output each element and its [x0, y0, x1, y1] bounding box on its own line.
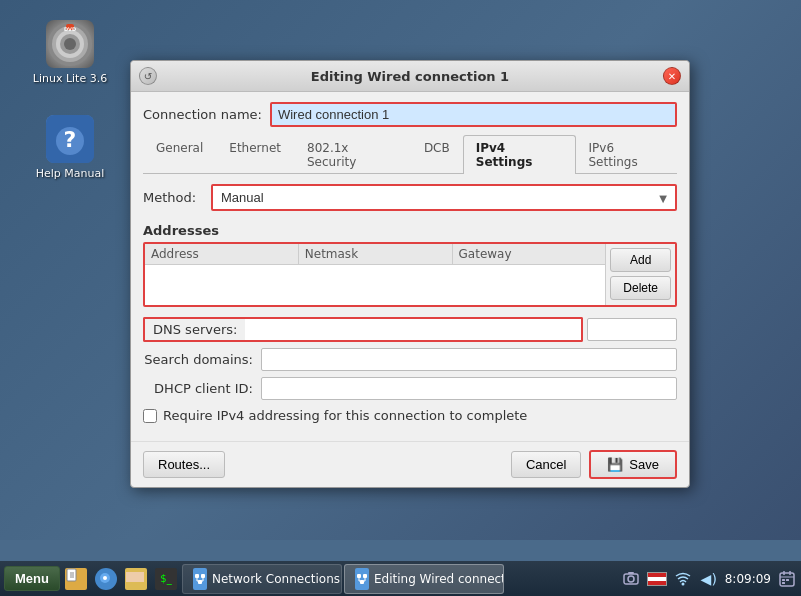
svg-point-4: [65, 39, 75, 49]
tab-general[interactable]: General: [143, 135, 216, 174]
method-select[interactable]: Manual Automatic (DHCP) Disabled Link-Lo…: [213, 186, 675, 209]
taskbar-screenshot-icon[interactable]: [621, 569, 641, 589]
dvd-icon: DVD: [46, 20, 94, 68]
desktop: DVD Linux Lite 3.6 ? Help Manual ↺ Editi…: [0, 0, 801, 540]
titlebar-right-buttons: ✕: [663, 67, 681, 85]
svg-rect-25: [357, 574, 361, 578]
help-icon: ?: [46, 115, 94, 163]
desktop-icon-help[interactable]: ? Help Manual: [30, 115, 110, 180]
col-address: Address: [145, 244, 299, 264]
tab-8021x[interactable]: 802.1x Security: [294, 135, 411, 174]
addresses-section-title: Addresses: [143, 223, 677, 238]
browser-icon: [95, 568, 117, 590]
addresses-buttons: Add Delete: [605, 244, 675, 305]
dvd-icon-label: Linux Lite 3.6: [33, 72, 107, 85]
dns-row: DNS servers:: [143, 317, 677, 342]
tab-ipv6[interactable]: IPv6 Settings: [576, 135, 678, 174]
keyboard-layout-flag: [647, 572, 667, 586]
method-wrapper: Manual Automatic (DHCP) Disabled Link-Lo…: [211, 184, 677, 211]
dialog-titlebar: ↺ Editing Wired connection 1 ✕: [131, 61, 689, 92]
col-netmask: Netmask: [299, 244, 453, 264]
taskbar-clock: 8:09:09: [725, 572, 771, 586]
svg-point-34: [681, 582, 684, 585]
svg-rect-39: [782, 579, 785, 581]
connection-name-input[interactable]: [270, 102, 677, 127]
taskbar-icon-folder[interactable]: [122, 565, 150, 593]
taskbar-icon-browser[interactable]: [92, 565, 120, 593]
dhcp-client-id-label: DHCP client ID:: [143, 381, 253, 396]
require-ipv4-label: Require IPv4 addressing for this connect…: [163, 408, 527, 423]
taskbar-keyboard-icon[interactable]: [647, 569, 667, 589]
titlebar-left-buttons: ↺: [139, 67, 157, 85]
search-domains-label: Search domains:: [143, 352, 253, 367]
taskbar-app-editing-wired[interactable]: Editing Wired connectio...: [344, 564, 504, 594]
connection-name-row: Connection name:: [143, 102, 677, 127]
taskbar: Menu $_ Network Connectio: [0, 560, 801, 596]
refresh-button[interactable]: ↺: [139, 67, 157, 85]
volume-symbol: ◀): [701, 571, 717, 587]
tab-ethernet[interactable]: Ethernet: [216, 135, 294, 174]
save-icon: 💾: [607, 457, 623, 472]
dialog-title: Editing Wired connection 1: [157, 69, 663, 84]
svg-rect-20: [201, 574, 205, 578]
taskbar-system-tray: ◀) 8:09:09: [621, 569, 797, 589]
connection-name-label: Connection name:: [143, 107, 262, 122]
addresses-box: Address Netmask Gateway Add Delete: [143, 242, 677, 307]
terminal-icon: $_: [155, 568, 177, 590]
dialog-footer: Routes... Cancel 💾 Save: [131, 441, 689, 487]
addresses-header: Address Netmask Gateway: [145, 244, 605, 265]
save-label: Save: [629, 457, 659, 472]
svg-point-3: [60, 34, 80, 54]
require-ipv4-row: Require IPv4 addressing for this connect…: [143, 408, 677, 423]
menu-button[interactable]: Menu: [4, 566, 60, 591]
folder-icon: [125, 568, 147, 590]
add-address-button[interactable]: Add: [610, 248, 671, 272]
routes-button[interactable]: Routes...: [143, 451, 225, 478]
col-gateway: Gateway: [453, 244, 606, 264]
tab-bar: General Ethernet 802.1x Security DCB IPv…: [143, 135, 677, 174]
dialog-content: Connection name: General Ethernet 802.1x…: [131, 92, 689, 441]
dhcp-client-id-input[interactable]: [261, 377, 677, 400]
svg-point-18: [103, 576, 107, 580]
method-row: Method: Manual Automatic (DHCP) Disabled…: [143, 184, 677, 211]
files-icon: [65, 568, 87, 590]
method-label: Method:: [143, 190, 203, 205]
cancel-button[interactable]: Cancel: [511, 451, 581, 478]
editing-wired-label: Editing Wired connectio...: [374, 572, 504, 586]
help-icon-label: Help Manual: [36, 167, 105, 180]
tab-dcb[interactable]: DCB: [411, 135, 463, 174]
save-button[interactable]: 💾 Save: [589, 450, 677, 479]
delete-address-button[interactable]: Delete: [610, 276, 671, 300]
svg-rect-41: [782, 582, 785, 584]
taskbar-network-icon[interactable]: [673, 569, 693, 589]
dialog: ↺ Editing Wired connection 1 ✕ Connectio…: [130, 60, 690, 488]
require-ipv4-checkbox[interactable]: [143, 409, 157, 423]
net-connections-app-icon: [193, 568, 207, 590]
taskbar-calendar-icon[interactable]: [777, 569, 797, 589]
search-domains-input[interactable]: [261, 348, 677, 371]
svg-rect-40: [786, 579, 789, 581]
taskbar-icon-files[interactable]: [62, 565, 90, 593]
dhcp-client-id-row: DHCP client ID:: [143, 377, 677, 400]
svg-point-32: [628, 576, 634, 582]
editing-app-icon: [355, 568, 369, 590]
svg-text:DVD: DVD: [64, 26, 76, 32]
desktop-icon-dvd[interactable]: DVD Linux Lite 3.6: [30, 20, 110, 85]
taskbar-volume-icon[interactable]: ◀): [699, 569, 719, 589]
svg-rect-19: [195, 574, 199, 578]
close-button[interactable]: ✕: [663, 67, 681, 85]
tab-ipv4[interactable]: IPv4 Settings: [463, 135, 576, 174]
taskbar-icon-terminal[interactable]: $_: [152, 565, 180, 593]
addresses-table: Address Netmask Gateway: [145, 244, 605, 305]
dns-extra-input[interactable]: [587, 318, 677, 341]
network-connections-label: Network Connections: [212, 572, 340, 586]
svg-rect-26: [363, 574, 367, 578]
taskbar-app-network-connections[interactable]: Network Connections: [182, 564, 342, 594]
dns-label: DNS servers:: [143, 317, 245, 342]
search-domains-row: Search domains:: [143, 348, 677, 371]
svg-rect-33: [628, 572, 634, 574]
addresses-body: [145, 265, 605, 305]
svg-point-5: [68, 42, 72, 46]
svg-text:?: ?: [64, 127, 77, 152]
dns-input[interactable]: [245, 317, 583, 342]
